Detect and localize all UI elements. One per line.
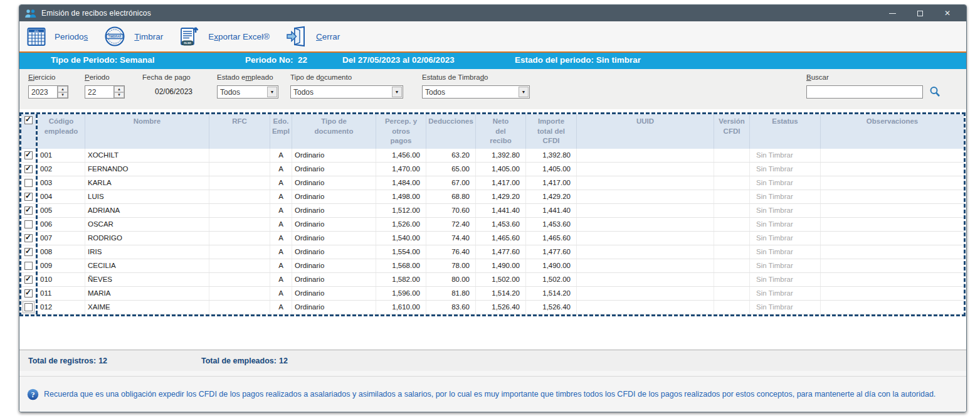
ejercicio-stepper[interactable]: 2023 ▲▼ [28,85,68,99]
cell-rfc [209,301,270,314]
help-icon: ? [27,389,39,400]
cell-deducciones: 68.80 [426,190,476,203]
cell-nombre: MARIA [85,287,209,300]
periodo-stepper[interactable]: 22 ▲▼ [85,85,125,99]
cell-estatus: Sin Timbrar [750,218,821,231]
cell-rfc [209,204,270,217]
row-checkbox[interactable] [24,303,33,311]
stamp-icon: TIMBRAR [104,26,125,47]
excel-icon: XLSX [179,25,199,48]
checkbox-column-body [21,149,36,314]
cell-codigo: 007 [38,232,85,245]
periodos-button[interactable]: JUL Periodos [27,26,88,46]
cell-nombre: ADRIANA [85,204,209,217]
table-row[interactable]: 012XAIMEAOrdinario1,610.0083.601,526.401… [38,301,964,314]
select-all-checkbox[interactable] [24,116,33,124]
table-row[interactable]: 010ÑEVESAOrdinario1,582.0080.001,502.001… [38,273,964,287]
cell-importe: 1,429.20 [526,190,577,203]
column-header-deducciones[interactable]: Deducciones [426,114,476,149]
calendar-icon: JUL [27,26,46,46]
cell-nombre: KARLA [85,176,209,190]
cell-importe: 1,392.80 [526,149,577,162]
row-select-cell [21,190,36,204]
cerrar-label: Cerrar [316,32,340,41]
period-type: Tipo de Periodo: Semanal [51,55,155,65]
column-header-rfc[interactable]: RFC [209,114,270,149]
table-row[interactable]: 002FERNANDOAOrdinario1,470.0065.001,405.… [38,163,964,176]
cell-estatus: Sin Timbrar [750,176,821,190]
exportar-excel-label: Exportar Excel® [208,32,270,41]
table-row[interactable]: 004LUISAOrdinario1,498.0068.801,429.201,… [38,190,964,204]
cell-codigo: 012 [38,301,85,314]
cell-percep: 1,498.00 [376,190,426,203]
column-header-codigo[interactable]: Código empleado [38,114,85,149]
minimize-icon [889,13,896,14]
row-checkbox[interactable] [24,206,33,215]
tipo-documento-select[interactable]: Todos ▼ [290,85,403,99]
column-header-edo[interactable]: Edo. Empl [270,114,292,149]
maximize-button[interactable] [906,5,934,21]
table-row[interactable]: 011MARIAAOrdinario1,596.0081.801,514.201… [38,287,964,301]
cell-importe: 1,453.60 [526,218,577,231]
table-row[interactable]: 001XOCHILTAOrdinario1,456.0063.201,392.8… [38,149,964,163]
cell-tipo: Ordinario [292,176,376,190]
column-header-uuid[interactable]: UUID [577,114,714,149]
column-header-tipo[interactable]: Tipo de documento [292,114,376,149]
search-icon[interactable] [929,85,941,98]
row-checkbox[interactable] [24,151,33,159]
table-row[interactable]: 006OSCARAOrdinario1,526.0072.401,453.601… [38,218,964,232]
periodo-down-icon[interactable]: ▼ [114,92,124,99]
row-checkbox[interactable] [24,262,33,270]
close-button[interactable]: ✕ [934,5,961,21]
cell-deducciones: 65.00 [426,163,476,176]
cell-observaciones [821,149,964,162]
column-header-version[interactable]: Versión CFDI [714,114,750,149]
estatus-timbrado-select[interactable]: Todos ▼ [422,85,530,99]
cell-uuid [577,273,714,286]
periodo-value: 22 [85,86,113,98]
cell-deducciones: 67.00 [426,176,476,190]
column-header-neto[interactable]: Neto del recibo [476,114,526,149]
cell-edo: A [270,190,292,203]
table-row[interactable]: 005ADRIANAAOrdinario1,512.0070.601,441.4… [38,204,964,218]
column-header-importe[interactable]: Importe total del CFDI [526,114,577,149]
table-row[interactable]: 003KARLAAOrdinario1,484.0067.001,417.001… [38,176,964,190]
row-checkbox[interactable] [24,276,33,284]
cell-observaciones [821,232,964,245]
row-checkbox[interactable] [24,234,33,242]
cell-version [714,149,750,162]
chevron-down-icon[interactable]: ▼ [519,87,529,97]
table-row[interactable]: 008IRISAOrdinario1,554.0076.401,477.601,… [38,245,964,259]
row-checkbox[interactable] [24,165,33,173]
row-checkbox[interactable] [24,248,33,256]
cell-rfc [209,259,270,272]
cell-edo: A [270,301,292,314]
cerrar-button[interactable]: Cerrar [286,26,340,47]
column-header-observaciones[interactable]: Observaciones [821,114,964,149]
timbrar-button[interactable]: TIMBRAR Timbrar [104,26,163,47]
cell-edo: A [270,232,292,245]
periodo-up-icon[interactable]: ▲ [114,86,124,92]
ejercicio-up-icon[interactable]: ▲ [58,86,68,92]
table-row[interactable]: 007RODRIGOAOrdinario1,540.0074.401,465.6… [38,232,964,245]
cell-neto: 1,514.20 [476,287,526,300]
row-checkbox[interactable] [24,289,33,297]
column-header-percep[interactable]: Percep. y otros pagos [376,114,426,149]
row-checkbox[interactable] [24,220,33,228]
table-row[interactable]: 009CECILIAAOrdinario1,568.0078.001,490.0… [38,259,964,273]
search-input[interactable] [806,85,923,99]
cell-uuid [577,163,714,176]
exportar-excel-button[interactable]: XLSX Exportar Excel® [179,25,270,48]
period-status: Estado del periodo: Sin timbrar [515,55,641,65]
row-checkbox[interactable] [24,193,33,201]
chevron-down-icon[interactable]: ▼ [267,87,277,97]
estado-empleado-select[interactable]: Todos ▼ [217,85,278,99]
column-header-estatus[interactable]: Estatus [750,114,821,149]
minimize-button[interactable] [878,5,906,21]
row-checkbox[interactable] [24,179,33,187]
chevron-down-icon[interactable]: ▼ [392,87,402,97]
column-header-nombre[interactable]: Nombre [85,114,209,149]
period-info-bar: Tipo de Periodo: Semanal Periodo No: 22 … [19,53,966,69]
cell-importe: 1,441.40 [526,204,577,217]
ejercicio-down-icon[interactable]: ▼ [58,92,68,99]
